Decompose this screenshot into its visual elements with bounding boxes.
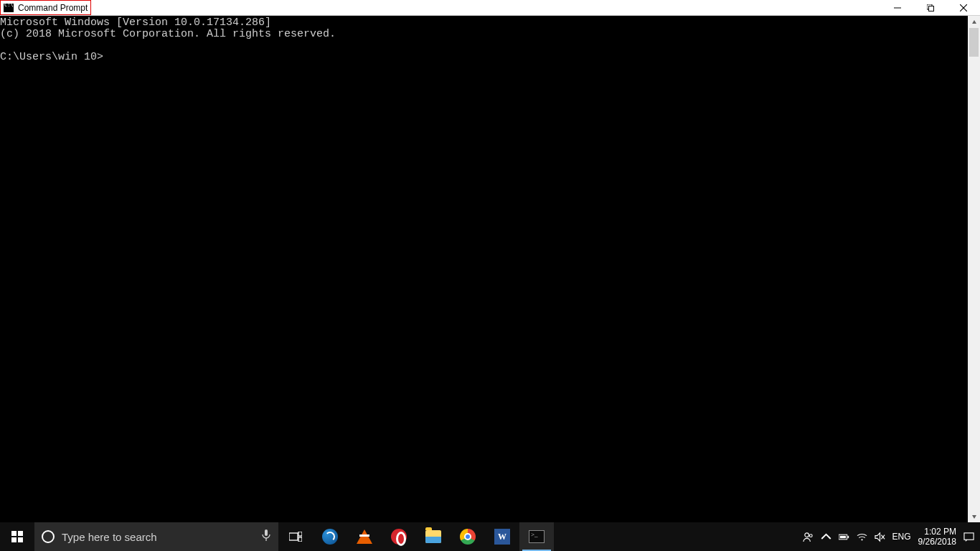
console-line: (c) 2018 Microsoft Corporation. All righ…	[0, 28, 336, 40]
edge-icon	[322, 529, 338, 545]
file-explorer-icon	[425, 530, 441, 543]
titlebar-left: Command Prompt	[0, 0, 91, 15]
taskbar-app-opera[interactable]	[382, 522, 416, 551]
svg-point-17	[861, 539, 862, 540]
vertical-scrollbar[interactable]	[968, 16, 980, 522]
tray-overflow-icon[interactable]	[821, 532, 831, 542]
taskbar-app-edge[interactable]	[313, 522, 347, 551]
cortana-icon	[42, 530, 55, 543]
svg-point-13	[809, 534, 812, 537]
search-placeholder: Type here to search	[62, 531, 254, 543]
window-title: Command Prompt	[18, 3, 88, 13]
clock-date: 9/26/2018	[918, 537, 956, 547]
chrome-icon	[460, 529, 476, 545]
scrollbar-thumb[interactable]	[969, 28, 979, 57]
wifi-icon[interactable]	[857, 532, 867, 542]
battery-icon[interactable]	[839, 532, 849, 542]
taskbar-app-command-prompt[interactable]	[519, 522, 554, 551]
system-tray: ENG 1:02 PM 9/26/2018	[797, 522, 980, 551]
word-glyph: W	[498, 532, 507, 541]
taskbar-app-file-explorer[interactable]	[416, 522, 451, 551]
windows-logo-icon	[11, 531, 23, 542]
svg-rect-7	[265, 529, 268, 536]
console-prompt: C:\Users\win 10>	[0, 51, 103, 63]
console-line: Microsoft Windows [Version 10.0.17134.28…	[0, 17, 271, 29]
word-icon: W	[494, 529, 510, 545]
taskbar: Type here to search W ENG 1:02 PM 9/2	[0, 522, 980, 551]
opera-icon	[391, 529, 407, 545]
svg-rect-2	[929, 6, 934, 11]
svg-rect-16	[847, 535, 849, 537]
microphone-icon[interactable]	[261, 529, 271, 545]
scroll-down-button[interactable]	[968, 510, 980, 522]
svg-rect-9	[289, 533, 298, 540]
scroll-up-button[interactable]	[968, 16, 980, 28]
window-controls	[881, 0, 980, 15]
taskbar-search[interactable]: Type here to search	[34, 522, 278, 551]
minimize-button[interactable]	[881, 0, 914, 15]
svg-marker-22	[966, 540, 968, 542]
taskbar-clock[interactable]: 1:02 PM 9/26/2018	[918, 527, 956, 547]
maximize-button[interactable]	[914, 0, 947, 15]
action-center-icon[interactable]	[963, 532, 974, 542]
svg-point-12	[804, 532, 809, 537]
clock-time: 1:02 PM	[918, 527, 956, 537]
close-button[interactable]	[947, 0, 980, 15]
start-button[interactable]	[0, 522, 34, 551]
task-view-button[interactable]	[278, 522, 313, 551]
svg-rect-11	[298, 537, 302, 542]
taskbar-app-chrome[interactable]	[451, 522, 485, 551]
scrollbar-track[interactable]	[968, 28, 980, 510]
svg-marker-18	[875, 532, 880, 540]
svg-marker-6	[972, 515, 976, 519]
taskbar-app-vlc[interactable]	[347, 522, 382, 551]
volume-muted-icon[interactable]	[875, 532, 885, 542]
titlebar[interactable]: Command Prompt	[0, 0, 980, 16]
console-area: Microsoft Windows [Version 10.0.17134.28…	[0, 16, 980, 522]
language-indicator[interactable]: ENG	[892, 532, 911, 542]
people-icon[interactable]	[803, 532, 814, 542]
svg-rect-10	[298, 532, 302, 536]
cmd-icon	[4, 4, 14, 12]
svg-rect-21	[964, 532, 974, 539]
vlc-icon	[357, 529, 372, 544]
svg-rect-15	[839, 535, 845, 537]
command-prompt-icon	[529, 530, 545, 543]
taskbar-app-word[interactable]: W	[485, 522, 519, 551]
console-output[interactable]: Microsoft Windows [Version 10.0.17134.28…	[0, 16, 968, 522]
svg-marker-5	[972, 20, 976, 24]
